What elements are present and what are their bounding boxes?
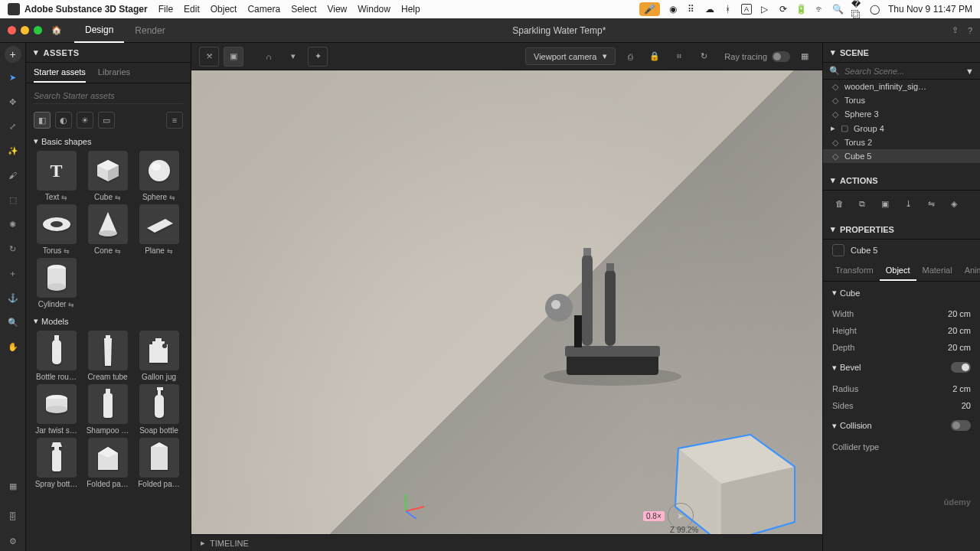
- sync-icon[interactable]: ⟳: [778, 4, 789, 15]
- asset-bottle-round[interactable]: Bottle rou…: [32, 331, 80, 381]
- camera-lock-icon[interactable]: 🔒: [645, 47, 665, 67]
- menu-view[interactable]: View: [327, 4, 347, 15]
- asset-cylinder[interactable]: Cylinder⇆: [32, 258, 80, 308]
- scene-item[interactable]: ◇Torus 2: [823, 135, 980, 149]
- menu-help[interactable]: Help: [401, 4, 420, 15]
- help-icon[interactable]: ?: [968, 26, 972, 35]
- asset-torus[interactable]: Torus⇆: [32, 204, 80, 255]
- bevel-section-header[interactable]: ▾Bevel: [832, 362, 971, 373]
- scene-item[interactable]: ◇wooden_infinity_sig…: [823, 80, 980, 93]
- filter-materials-icon[interactable]: ◐: [55, 112, 72, 129]
- filter-icon[interactable]: ▼: [965, 67, 974, 76]
- object-name-value[interactable]: Cube 5: [851, 246, 877, 255]
- asset-cube[interactable]: Cube⇆: [83, 151, 132, 201]
- duplicate-icon[interactable]: ⧉: [854, 195, 871, 212]
- menu-camera[interactable]: Camera: [247, 4, 280, 15]
- asset-cream-tube[interactable]: Cream tube: [83, 331, 132, 381]
- select-tool-icon[interactable]: ➤: [3, 67, 23, 87]
- asset-plane[interactable]: Plane⇆: [135, 204, 183, 255]
- tab-libraries[interactable]: Libraries: [98, 67, 130, 83]
- cube-tool-icon[interactable]: ⬚: [3, 190, 23, 210]
- search-icon[interactable]: 🔍: [833, 4, 844, 15]
- properties-header[interactable]: ▾ PROPERTIES: [823, 220, 980, 240]
- wand-tool-icon[interactable]: ✨: [3, 141, 23, 161]
- filter-images-icon[interactable]: ▭: [98, 112, 115, 129]
- cloud-icon[interactable]: ☁: [704, 4, 715, 15]
- scene-search-input[interactable]: [844, 67, 961, 76]
- camera-add-icon[interactable]: ⎙: [620, 47, 640, 67]
- keyboard-icon[interactable]: A: [741, 4, 752, 15]
- light-tool-icon[interactable]: ✺: [3, 214, 23, 234]
- asset-spray-bottle[interactable]: Spray bott…: [32, 438, 80, 488]
- tab-animation[interactable]: Animation: [959, 261, 980, 281]
- anchor-tool-icon[interactable]: ⚓: [3, 288, 23, 308]
- viewport[interactable]: 0.8× ➤ Z 99.2% RRCG: [191, 70, 822, 534]
- collision-toggle[interactable]: [951, 420, 971, 431]
- hand-tool-icon[interactable]: ✋: [3, 337, 23, 357]
- maximize-window-icon[interactable]: [34, 26, 42, 34]
- filter-models-icon[interactable]: ◧: [34, 112, 51, 129]
- siri-icon[interactable]: ◯: [870, 4, 880, 15]
- window-controls[interactable]: [8, 26, 42, 34]
- toggle-icon[interactable]: [772, 51, 790, 62]
- scene-item[interactable]: ◇Torus: [823, 93, 980, 107]
- filter-lights-icon[interactable]: ☀: [77, 112, 93, 129]
- assets-search-input[interactable]: [34, 88, 183, 104]
- depth-input[interactable]: 20 cm: [929, 343, 971, 352]
- menu-edit[interactable]: Edit: [184, 4, 200, 15]
- pan-icon[interactable]: ▣: [224, 47, 243, 67]
- scale-manipulator[interactable]: 0.8× ➤: [643, 503, 694, 529]
- ai-icon[interactable]: ✦: [308, 47, 328, 67]
- collision-section-header[interactable]: ▾Collision: [832, 420, 971, 431]
- axis-gizmo-icon[interactable]: [398, 488, 429, 519]
- snap-dropdown-icon[interactable]: ▾: [283, 47, 303, 67]
- tab-starter-assets[interactable]: Starter assets: [34, 67, 86, 83]
- view-list-icon[interactable]: ≡: [166, 112, 183, 129]
- move-tool-icon[interactable]: ✥: [3, 92, 23, 112]
- menubar-datetime[interactable]: Thu Nov 9 11:47 PM: [888, 4, 972, 15]
- control-center-icon[interactable]: �⿻: [851, 4, 862, 15]
- delete-icon[interactable]: 🗑: [831, 195, 848, 212]
- tab-material[interactable]: Material: [916, 261, 959, 281]
- wifi-icon[interactable]: ᯤ: [815, 4, 825, 15]
- mirror-icon[interactable]: ⇋: [923, 195, 939, 212]
- camera-reset-icon[interactable]: ↻: [694, 47, 714, 67]
- sides-input[interactable]: 20: [929, 401, 971, 410]
- scene-item-selected[interactable]: ◇Cube 5: [823, 149, 980, 163]
- render-settings-icon[interactable]: ▦: [795, 47, 815, 67]
- minimize-window-icon[interactable]: [21, 26, 29, 34]
- asset-sphere[interactable]: Sphere⇆: [135, 151, 183, 201]
- scene-header[interactable]: ▾ SCENE: [823, 43, 980, 63]
- export-icon[interactable]: ⤓: [900, 195, 916, 212]
- tab-design[interactable]: Design: [74, 18, 124, 43]
- group-icon[interactable]: ▣: [877, 195, 893, 212]
- actions-header[interactable]: ▾ ACTIONS: [823, 171, 980, 191]
- asset-text[interactable]: TText⇆: [32, 151, 80, 201]
- tab-render[interactable]: Render: [124, 18, 175, 43]
- asset-folded-2[interactable]: Folded pa…: [135, 438, 183, 488]
- tab-transform[interactable]: Transform: [829, 261, 880, 281]
- asset-cone[interactable]: Cone⇆: [83, 204, 132, 255]
- camera-dropdown[interactable]: Viewport camera ▾: [525, 47, 616, 65]
- bluetooth-icon[interactable]: ᚼ: [723, 4, 733, 15]
- camera-frame-icon[interactable]: ⌗: [669, 47, 689, 67]
- timeline-bar[interactable]: ▸ TIMELINE: [191, 534, 822, 551]
- share-icon[interactable]: ⇪: [952, 25, 959, 35]
- scene-item-group[interactable]: ▸▢Group 4: [823, 121, 980, 135]
- menu-file[interactable]: File: [158, 4, 173, 15]
- settings-icon[interactable]: ⚙: [3, 531, 23, 551]
- layers-icon[interactable]: ▦: [3, 476, 23, 496]
- snap-icon[interactable]: ∩: [259, 47, 279, 67]
- height-input[interactable]: 20 cm: [929, 326, 971, 335]
- zoom-tool-icon[interactable]: 🔍: [3, 312, 23, 332]
- home-icon[interactable]: 🏠: [51, 25, 62, 35]
- scale-tool-icon[interactable]: ⤢: [3, 116, 23, 136]
- boolean-icon[interactable]: ◈: [946, 195, 962, 212]
- mic-indicator-icon[interactable]: 🎤: [639, 2, 660, 16]
- record-icon[interactable]: ◉: [668, 4, 678, 15]
- scene-item[interactable]: ◇Sphere 3: [823, 107, 980, 121]
- add-button[interactable]: +: [5, 46, 21, 63]
- menu-select[interactable]: Select: [291, 4, 316, 15]
- battery-icon[interactable]: 🔋: [796, 4, 807, 15]
- play-icon[interactable]: ▷: [760, 4, 770, 15]
